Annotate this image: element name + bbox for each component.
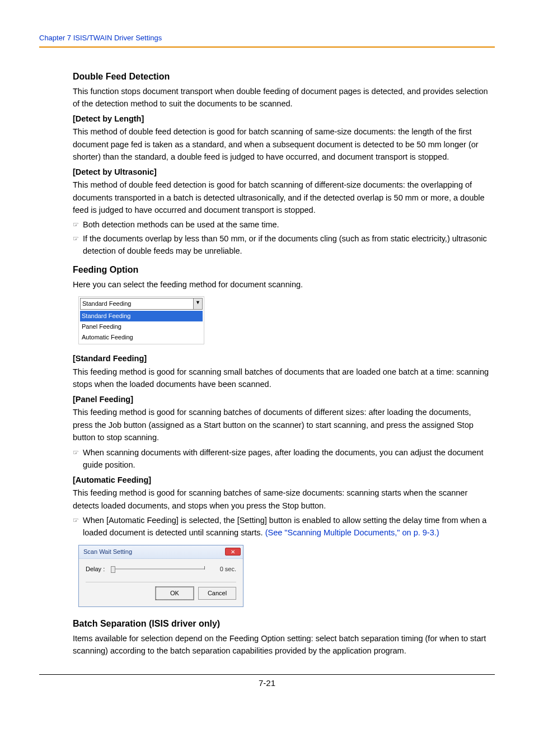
batch-separation-text: Items available for selection depend on …	[73, 632, 489, 657]
cancel-button[interactable]: Cancel	[198, 587, 236, 600]
automatic-feeding-note: ☞ When [Automatic Feeding] is selected, …	[73, 514, 489, 539]
batch-separation-title: Batch Separation (ISIS driver only)	[73, 617, 489, 631]
detect-ultrasonic-text: This method of double feed detection is …	[73, 179, 489, 216]
automatic-feeding-note-text: When [Automatic Feeding] is selected, th…	[83, 514, 489, 539]
delay-value: 0 sec.	[213, 564, 236, 574]
dfd-note-1-text: Both detection methods can be used at th…	[83, 218, 489, 231]
detect-ultrasonic-title: [Detect by Ultrasonic]	[73, 166, 489, 178]
delay-slider[interactable]	[109, 565, 208, 573]
standard-feeding-text: This feeding method is good for scanning…	[73, 366, 489, 391]
main-content: Double Feed Detection This function stop…	[73, 70, 489, 657]
standard-feeding-title: [Standard Feeding]	[73, 352, 489, 365]
detect-length-text: This method of double feed detection is …	[73, 125, 489, 163]
detect-length-title: [Detect by Length]	[73, 113, 489, 125]
dfd-title: Double Feed Detection	[73, 70, 489, 84]
dialog-titlebar: Scan Wait Setting ✕	[79, 545, 243, 559]
ok-button[interactable]: OK	[156, 587, 194, 600]
scan-wait-dialog: Scan Wait Setting ✕ Delay : 0 sec. OK	[78, 545, 243, 607]
dfd-note-2: ☞ If the documents overlap by less than …	[73, 232, 489, 258]
dialog-title-text: Scan Wait Setting	[83, 547, 132, 557]
feeding-option-panel[interactable]: Panel Feeding	[80, 321, 203, 332]
page-number: 7-21	[39, 678, 495, 699]
feeding-intro: Here you can select the feeding method f…	[73, 278, 489, 291]
cross-reference-link[interactable]: (See "Scanning Multiple Documents," on p…	[265, 528, 439, 537]
close-icon[interactable]: ✕	[225, 548, 241, 556]
dfd-intro: This function stops document transport w…	[73, 85, 489, 110]
automatic-feeding-text: This feeding method is good for scanning…	[73, 487, 489, 512]
panel-feeding-title: [Panel Feeding]	[73, 393, 489, 405]
feeding-dropdown[interactable]: Standard Feeding ▼ Standard Feeding Pane…	[78, 296, 204, 344]
feeding-option-standard[interactable]: Standard Feeding	[80, 311, 203, 321]
panel-feeding-text: This feeding method is good for scanning…	[73, 406, 489, 444]
feeding-dropdown-selected-text: Standard Feeding	[81, 298, 193, 309]
feeding-dropdown-list: Standard Feeding Panel Feeding Automatic…	[80, 311, 203, 343]
delay-label: Delay :	[86, 564, 105, 574]
header-divider	[39, 46, 495, 48]
chevron-down-icon[interactable]: ▼	[193, 298, 202, 309]
pointer-icon: ☞	[73, 232, 83, 244]
feeding-dropdown-selected[interactable]: Standard Feeding ▼	[80, 298, 203, 310]
dfd-note-2-text: If the documents overlap by less than 50…	[83, 232, 489, 258]
footer-divider	[39, 674, 495, 675]
chapter-header: Chapter 7 ISIS/TWAIN Driver Settings	[39, 34, 495, 46]
pointer-icon: ☞	[73, 218, 83, 230]
dfd-note-1: ☞ Both detection methods can be used at …	[73, 218, 489, 231]
feeding-option-automatic[interactable]: Automatic Feeding	[80, 332, 203, 343]
pointer-icon: ☞	[73, 446, 83, 458]
panel-feeding-note-text: When scanning documents with different-s…	[83, 446, 489, 472]
slider-thumb-icon[interactable]	[111, 566, 115, 573]
panel-feeding-note: ☞ When scanning documents with different…	[73, 446, 489, 472]
automatic-feeding-title: [Automatic Feeding]	[73, 474, 489, 486]
dialog-divider	[86, 582, 236, 582]
pointer-icon: ☞	[73, 514, 83, 526]
feeding-title: Feeding Option	[73, 263, 489, 277]
